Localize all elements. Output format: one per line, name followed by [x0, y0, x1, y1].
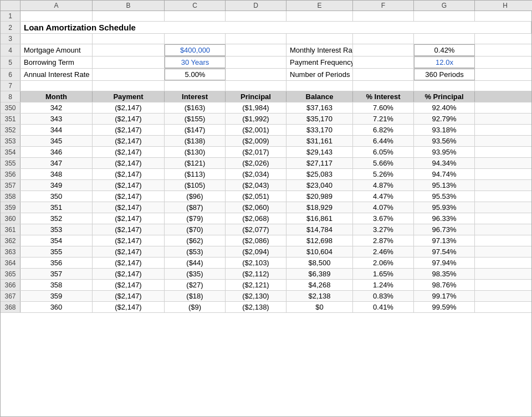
cell-pct-interest[interactable]: 7.60% [353, 102, 414, 113]
cell-payment[interactable]: ($2,147) [93, 125, 165, 135]
cell-pct-principal[interactable]: 96.73% [414, 224, 475, 235]
cell-principal[interactable]: ($1,992) [226, 114, 287, 124]
monthly-rate-value[interactable]: 0.42% [414, 44, 475, 56]
cell-6e[interactable] [226, 69, 287, 80]
cell-payment[interactable]: ($2,147) [93, 191, 165, 202]
cell-principal[interactable]: ($2,026) [226, 158, 287, 168]
cell-payment[interactable]: ($2,147) [93, 114, 165, 124]
cell-principal[interactable]: ($2,130) [226, 291, 287, 301]
cell-pct-interest[interactable]: 1.24% [353, 280, 414, 290]
cell-principal[interactable]: ($2,068) [226, 213, 287, 224]
cell-1g[interactable] [353, 11, 414, 21]
cell-pct-principal[interactable]: 96.33% [414, 213, 475, 224]
cell-month[interactable]: 347 [21, 158, 93, 168]
cell-payment[interactable]: ($2,147) [93, 246, 165, 257]
cell-3b[interactable] [21, 34, 93, 44]
cell-payment[interactable]: ($2,147) [93, 169, 165, 179]
cell-5e[interactable] [226, 56, 287, 68]
cell-payment[interactable]: ($2,147) [93, 291, 165, 301]
cell-pct-principal[interactable]: 97.54% [414, 246, 475, 257]
cell-payment[interactable]: ($2,147) [93, 213, 165, 224]
cell-2h[interactable] [298, 22, 531, 33]
cell-balance[interactable]: $27,117 [287, 158, 353, 168]
cell-interest[interactable]: ($105) [165, 180, 226, 191]
cell-6c[interactable] [93, 69, 165, 80]
cell-month[interactable]: 352 [21, 213, 93, 224]
cell-month[interactable]: 343 [21, 114, 93, 124]
cell-principal[interactable]: ($2,112) [226, 269, 287, 279]
cell-interest[interactable]: ($147) [165, 125, 226, 135]
cell-balance[interactable]: $35,170 [287, 114, 353, 124]
cell-payment[interactable]: ($2,147) [93, 136, 165, 146]
cell-interest[interactable]: ($62) [165, 235, 226, 246]
cell-pct-interest[interactable]: 4.47% [353, 191, 414, 202]
cell-balance[interactable]: $16,861 [287, 213, 353, 224]
cell-1e[interactable] [226, 11, 287, 21]
cell-balance[interactable]: $12,698 [287, 235, 353, 246]
cell-balance[interactable]: $0 [287, 302, 353, 312]
borrowing-term-value[interactable]: 30 Years [165, 56, 226, 68]
cell-month[interactable]: 351 [21, 202, 93, 213]
annual-rate-value[interactable]: 5.00% [165, 69, 226, 80]
cell-7h[interactable] [414, 81, 475, 91]
cell-pct-principal[interactable]: 93.18% [414, 125, 475, 135]
cell-interest[interactable]: ($163) [165, 102, 226, 113]
cell-pct-principal[interactable]: 94.34% [414, 158, 475, 168]
cell-month[interactable]: 355 [21, 246, 93, 257]
cell-payment[interactable]: ($2,147) [93, 180, 165, 191]
cell-pct-principal[interactable]: 98.76% [414, 280, 475, 290]
cell-month[interactable]: 356 [21, 258, 93, 268]
cell-6g[interactable] [353, 69, 414, 80]
cell-principal[interactable]: ($2,051) [226, 191, 287, 202]
cell-interest[interactable]: ($113) [165, 169, 226, 179]
cell-principal[interactable]: ($2,121) [226, 280, 287, 290]
cell-payment[interactable]: ($2,147) [93, 147, 165, 157]
cell-3d[interactable] [165, 34, 226, 44]
mortgage-amount-value[interactable]: $400,000 [165, 44, 226, 56]
cell-month[interactable]: 360 [21, 302, 93, 312]
num-periods-value[interactable]: 360 Periods [414, 69, 475, 80]
cell-balance[interactable]: $4,268 [287, 280, 353, 290]
cell-month[interactable]: 344 [21, 125, 93, 135]
cell-payment[interactable]: ($2,147) [93, 158, 165, 168]
cell-1d[interactable] [165, 11, 226, 21]
cell-pct-principal[interactable]: 97.94% [414, 258, 475, 268]
cell-payment[interactable]: ($2,147) [93, 102, 165, 113]
cell-principal[interactable]: ($2,077) [226, 224, 287, 235]
cell-pct-interest[interactable]: 3.67% [353, 213, 414, 224]
cell-pct-principal[interactable]: 99.17% [414, 291, 475, 301]
cell-principal[interactable]: ($2,001) [226, 125, 287, 135]
cell-balance[interactable]: $29,143 [287, 147, 353, 157]
cell-month[interactable]: 353 [21, 224, 93, 235]
cell-month[interactable]: 346 [21, 147, 93, 157]
cell-principal[interactable]: ($2,094) [226, 246, 287, 257]
cell-pct-interest[interactable]: 2.06% [353, 258, 414, 268]
cell-3c[interactable] [93, 34, 165, 44]
cell-pct-principal[interactable]: 97.13% [414, 235, 475, 246]
cell-3h[interactable] [414, 34, 475, 44]
cell-pct-interest[interactable]: 0.41% [353, 302, 414, 312]
cell-principal[interactable]: ($2,043) [226, 180, 287, 191]
cell-principal[interactable]: ($2,060) [226, 202, 287, 213]
cell-5c[interactable] [93, 56, 165, 68]
cell-pct-principal[interactable]: 94.74% [414, 169, 475, 179]
cell-payment[interactable]: ($2,147) [93, 235, 165, 246]
cell-pct-principal[interactable]: 92.40% [414, 102, 475, 113]
cell-month[interactable]: 342 [21, 102, 93, 113]
cell-pct-principal[interactable]: 98.35% [414, 269, 475, 279]
cell-pct-interest[interactable]: 4.87% [353, 180, 414, 191]
cell-balance[interactable]: $2,138 [287, 291, 353, 301]
cell-7f[interactable] [287, 81, 353, 91]
cell-interest[interactable]: ($87) [165, 202, 226, 213]
cell-month[interactable]: 349 [21, 180, 93, 191]
cell-interest[interactable]: ($138) [165, 136, 226, 146]
cell-pct-interest[interactable]: 7.21% [353, 114, 414, 124]
cell-4g[interactable] [353, 44, 414, 56]
cell-month[interactable]: 350 [21, 191, 93, 202]
title-cell[interactable]: Loan Amortization Schedule [21, 22, 298, 33]
cell-pct-interest[interactable]: 6.44% [353, 136, 414, 146]
cell-pct-interest[interactable]: 2.46% [353, 246, 414, 257]
cell-month[interactable]: 345 [21, 136, 93, 146]
cell-interest[interactable]: ($79) [165, 213, 226, 224]
cell-pct-principal[interactable]: 92.79% [414, 114, 475, 124]
